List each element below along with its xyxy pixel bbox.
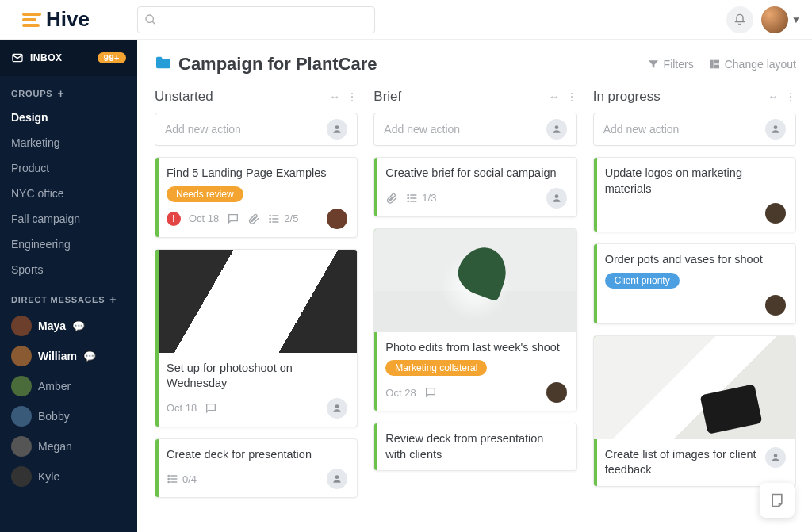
tag-client-priority: Client priority — [605, 273, 680, 289]
search-input[interactable] — [162, 13, 368, 26]
checklist-icon: 0/4 — [167, 473, 197, 485]
column-in-progress: In progress ↔ ⋮ Add new action Update — [593, 89, 796, 532]
column-menu-icon[interactable]: ⋮ — [785, 90, 796, 103]
add-group-icon[interactable]: + — [57, 87, 64, 100]
card-update-logos[interactable]: Update logos on marketing materials — [593, 157, 796, 232]
card-date: Oct 18 — [189, 212, 219, 224]
svg-point-0 — [146, 15, 153, 22]
expand-icon[interactable]: ↔ — [329, 90, 340, 103]
layout-icon — [708, 58, 721, 71]
assignee-avatar — [327, 469, 347, 489]
svg-rect-3 — [710, 60, 714, 69]
sidebar-item-nyc-office[interactable]: NYC office — [0, 181, 137, 206]
topbar: Hive ▼ — [0, 0, 812, 40]
svg-point-11 — [270, 218, 270, 219]
expand-icon[interactable]: ↔ — [549, 90, 560, 103]
svg-point-18 — [168, 479, 169, 480]
dm-megan[interactable]: Megan — [0, 431, 137, 461]
column-menu-icon[interactable]: ⋮ — [347, 90, 358, 103]
assignee-avatar — [327, 398, 347, 419]
column-menu-icon[interactable]: ⋮ — [566, 90, 577, 103]
svg-rect-5 — [714, 65, 719, 69]
add-action-input[interactable]: Add new action — [155, 113, 358, 146]
dm-kyle[interactable]: Kyle — [0, 461, 137, 492]
user-menu-caret[interactable]: ▼ — [791, 14, 801, 25]
tag-marketing-collateral: Marketing collateral — [385, 360, 487, 376]
assignee-avatar — [546, 188, 567, 209]
checklist-icon: 1/3 — [406, 192, 436, 205]
card-landing-page-examples[interactable]: Find 5 Landing Page Examples Needs revie… — [155, 157, 358, 238]
card-creative-brief[interactable]: Creative brief for social campaign 1/3 — [373, 157, 576, 217]
hive-logo[interactable]: Hive — [0, 7, 137, 32]
column-title: Unstarted — [155, 89, 213, 105]
add-action-input[interactable]: Add new action — [373, 113, 576, 146]
sidebar-item-product[interactable]: Product — [0, 155, 137, 181]
svg-point-21 — [554, 125, 558, 129]
sidebar-item-design[interactable]: Design — [0, 105, 137, 130]
user-avatar[interactable] — [761, 6, 788, 33]
avatar — [11, 316, 32, 336]
card-create-deck[interactable]: Create deck for presentation 0/4 — [155, 438, 358, 499]
dm-william[interactable]: William 💬 — [0, 341, 137, 371]
sidebar-item-engineering[interactable]: Engineering — [0, 232, 137, 257]
dm-amber[interactable]: Amber — [0, 371, 137, 401]
search-input-container[interactable] — [137, 6, 375, 33]
assignee-avatar — [765, 447, 786, 468]
sidebar-item-fall-campaign[interactable]: Fall campaign — [0, 206, 137, 232]
svg-point-28 — [554, 194, 558, 198]
sidebar-item-sports[interactable]: Sports — [0, 257, 137, 282]
sidebar-inbox[interactable]: INBOX 99+ — [0, 40, 137, 76]
chat-notify-icon: 💬 — [83, 350, 96, 362]
new-note-button[interactable] — [760, 483, 795, 518]
card-photo-edits[interactable]: Photo edits from last week's shoot Marke… — [373, 228, 576, 412]
envelope-icon — [11, 52, 24, 64]
column-title: In progress — [593, 89, 661, 105]
assignee-avatar — [327, 209, 347, 229]
dm-bobby[interactable]: Bobby — [0, 401, 137, 431]
card-review-deck[interactable]: Review deck from presentation with clien… — [373, 423, 576, 471]
card-date: Oct 18 — [167, 402, 197, 414]
sidebar-item-marketing[interactable]: Marketing — [0, 130, 137, 155]
svg-point-25 — [408, 194, 408, 195]
change-layout-button[interactable]: Change layout — [708, 58, 796, 71]
dm-maya[interactable]: Maya 💬 — [0, 311, 137, 341]
avatar — [11, 376, 32, 396]
comment-icon — [205, 402, 217, 415]
notifications-button[interactable] — [726, 6, 753, 33]
bell-icon — [733, 13, 746, 26]
filters-button[interactable]: Filters — [647, 58, 694, 71]
svg-point-6 — [335, 125, 339, 129]
column-unstarted: Unstarted ↔ ⋮ Add new action Find 5 La — [155, 89, 358, 532]
add-action-input[interactable]: Add new action — [593, 113, 796, 146]
avatar — [11, 466, 32, 487]
svg-rect-4 — [714, 60, 719, 64]
person-icon — [327, 119, 347, 140]
card-image — [374, 229, 576, 332]
search-icon — [144, 13, 157, 26]
chat-notify-icon: 💬 — [72, 320, 85, 332]
card-photoshoot-setup[interactable]: Set up for photoshoot on Wednesday Oct 1… — [155, 249, 358, 427]
column-title: Brief — [373, 89, 401, 105]
svg-point-19 — [168, 482, 169, 483]
checklist-icon: 2/5 — [268, 212, 298, 225]
add-dm-icon[interactable]: + — [109, 293, 117, 306]
svg-point-17 — [168, 476, 169, 477]
filter-icon — [647, 58, 660, 71]
attachment-icon — [385, 192, 398, 205]
svg-point-30 — [774, 454, 778, 457]
card-image — [594, 336, 795, 439]
content: Campaign for PlantCare Filters Change la… — [137, 40, 812, 532]
sidebar: INBOX 99+ GROUPS + Design Marketing Prod… — [0, 40, 137, 532]
avatar — [11, 436, 32, 457]
inbox-badge: 99+ — [98, 52, 126, 63]
column-brief: Brief ↔ ⋮ Add new action Creative brie — [373, 89, 576, 532]
svg-line-1 — [152, 21, 155, 24]
card-image-list[interactable]: Create list of images for client feedbac… — [593, 335, 796, 487]
avatar — [11, 406, 32, 427]
hive-logo-text: Hive — [46, 7, 90, 32]
svg-point-20 — [335, 476, 339, 480]
expand-icon[interactable]: ↔ — [768, 90, 779, 103]
comment-icon — [424, 386, 437, 399]
card-order-pots[interactable]: Order pots and vases for shoot Client pr… — [593, 243, 796, 324]
alert-icon: ! — [167, 212, 181, 226]
